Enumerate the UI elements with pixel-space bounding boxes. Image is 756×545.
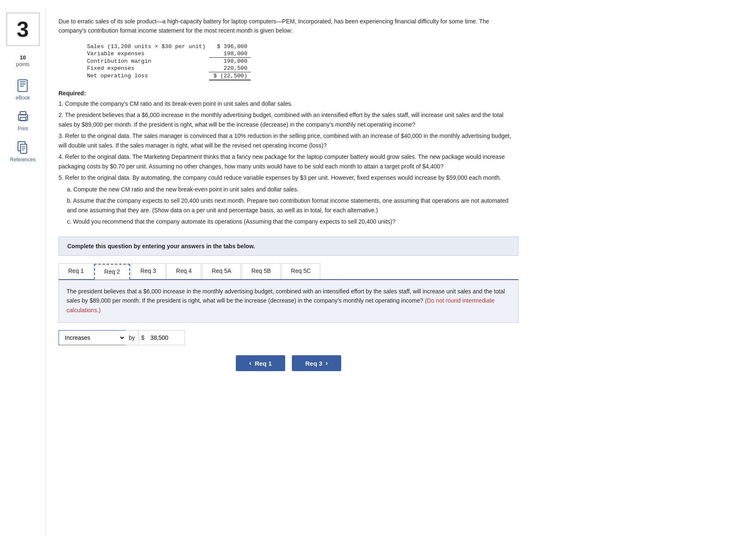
row-value: $ 396,000 <box>209 43 251 50</box>
problem-description: Due to erratic sales of its sole product… <box>59 17 518 36</box>
answer-row: Increases Decreases by $ <box>59 330 518 345</box>
references-label: References <box>10 157 36 163</box>
required-item-2: 2. The president believes that a $6,000 … <box>59 110 518 130</box>
next-button[interactable]: Req 3 › <box>292 355 341 371</box>
required-item-4: 4. Refer to the original data. The Marke… <box>59 152 518 171</box>
print-link[interactable]: Print <box>15 108 31 132</box>
table-row: Net operating loss $ (22,500) <box>84 72 251 80</box>
prev-label: Req 1 <box>255 360 272 367</box>
svg-rect-10 <box>22 146 26 147</box>
row-label: Net operating loss <box>84 72 209 80</box>
tab-req5c[interactable]: Req 5C <box>281 263 320 279</box>
svg-rect-12 <box>22 150 24 150</box>
tab-content-area: The president believes that a $6,000 inc… <box>59 280 518 323</box>
svg-rect-2 <box>20 84 26 84</box>
next-arrow: › <box>326 359 328 367</box>
answer-input[interactable] <box>147 330 185 345</box>
row-label: Sales (13,200 units × $30 per unit) <box>84 43 209 50</box>
row-value: 198,000 <box>209 57 251 65</box>
svg-point-7 <box>26 116 27 117</box>
tab-req3[interactable]: Req 3 <box>131 263 166 279</box>
nav-buttons: ‹ Req 1 Req 3 › <box>59 355 518 371</box>
ebook-icon <box>15 77 31 94</box>
ebook-label: eBook <box>15 95 30 101</box>
tab-req1[interactable]: Req 1 <box>59 263 93 279</box>
row-label: Fixed expenses <box>84 65 209 72</box>
row-value: $ (22,500) <box>209 72 251 80</box>
tab-req2[interactable]: Req 2 <box>94 264 130 280</box>
financial-table: Sales (13,200 units × $30 per unit) $ 39… <box>84 43 251 81</box>
complete-question-box: Complete this question by entering your … <box>59 237 518 256</box>
required-item-3: 3. Refer to the original data. The sales… <box>59 131 518 150</box>
table-row: Contribution margin 198,000 <box>84 57 251 65</box>
row-label: Contribution margin <box>84 57 209 65</box>
question-number-box: 3 <box>6 13 40 46</box>
tab-req4[interactable]: Req 4 <box>166 263 201 279</box>
svg-rect-9 <box>20 144 27 153</box>
table-row: Sales (13,200 units × $30 per unit) $ 39… <box>84 43 251 50</box>
points-value: 10 <box>20 54 26 61</box>
required-item-1: 1. Compute the company's CM ratio and it… <box>59 99 518 109</box>
required-item-5b: b. Assume that the company expects to se… <box>67 196 518 215</box>
tabs-row: Req 1 Req 2 Req 3 Req 4 Req 5A Req 5B Re… <box>59 263 518 280</box>
tabs-container: Req 1 Req 2 Req 3 Req 4 Req 5A Req 5B Re… <box>59 263 518 280</box>
points-label: points <box>16 61 29 67</box>
table-row: Variable expenses 198,000 <box>84 50 251 58</box>
prev-button[interactable]: ‹ Req 1 <box>236 355 285 371</box>
tab-req5a[interactable]: Req 5A <box>202 263 241 279</box>
row-value: 220,500 <box>209 65 251 72</box>
svg-rect-1 <box>20 81 26 82</box>
next-label: Req 3 <box>305 360 322 367</box>
row-value: 198,000 <box>209 50 251 58</box>
ebook-link[interactable]: eBook <box>15 77 31 101</box>
increases-decreases-dropdown[interactable]: Increases Decreases <box>59 330 125 345</box>
sidebar: 3 10 points eBook <box>0 8 46 537</box>
required-item-5a: a. Compute the new CM ratio and the new … <box>67 185 518 194</box>
required-title: Required: <box>59 90 518 97</box>
by-label: by <box>125 330 138 345</box>
references-link[interactable]: References <box>10 139 36 163</box>
table-row: Fixed expenses 220,500 <box>84 65 251 72</box>
required-item-5: 5. Refer to the original data. By automa… <box>59 173 518 183</box>
main-content: Due to erratic sales of its sole product… <box>46 8 756 537</box>
tab-req5b[interactable]: Req 5B <box>242 263 281 279</box>
dollar-sign: $ <box>138 330 147 345</box>
print-icon <box>15 108 31 125</box>
required-section: Required: 1. Compute the company's CM ra… <box>59 90 518 227</box>
complete-question-text: Complete this question by entering your … <box>67 243 255 250</box>
svg-rect-11 <box>22 148 26 149</box>
prev-arrow: ‹ <box>249 359 251 367</box>
references-icon <box>15 139 31 156</box>
row-label: Variable expenses <box>84 50 209 58</box>
required-item-5c: c. Would you recommend that the company … <box>67 217 518 227</box>
question-number: 3 <box>17 17 29 42</box>
svg-rect-3 <box>20 86 24 87</box>
print-label: Print <box>18 126 28 132</box>
